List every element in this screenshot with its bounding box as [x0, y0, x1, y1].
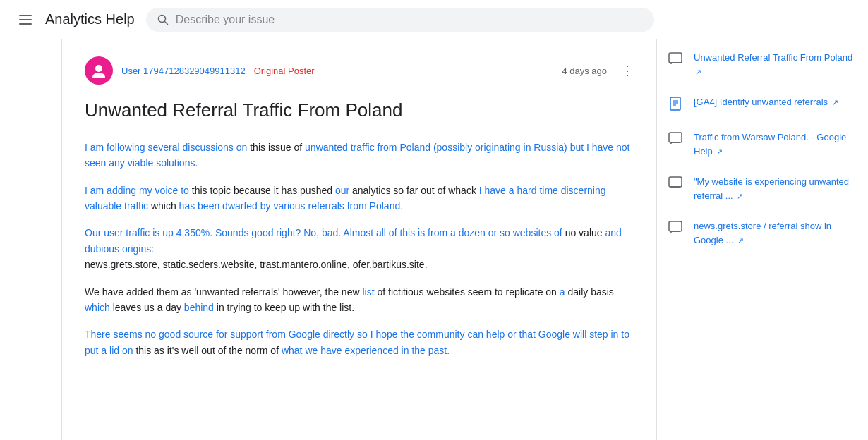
text-span: analytics so far out of whack: [349, 185, 479, 196]
user-name[interactable]: User 17947128329049911312: [121, 66, 246, 76]
text-span: this as it's well out of the norm of: [135, 345, 282, 356]
svg-rect-8: [670, 97, 680, 110]
more-options-icon[interactable]: ⋮: [621, 63, 634, 78]
sidebar-link-text: news.grets.store / referral show in Goog…: [694, 221, 831, 245]
svg-rect-12: [669, 133, 682, 142]
sidebar-item-my-website[interactable]: "My website is experiencing unwanted ref…: [668, 175, 857, 202]
chat-bubble-icon: [668, 132, 685, 149]
svg-point-5: [95, 65, 102, 72]
text-span: news.grets.store, static.seders.website,…: [85, 259, 428, 270]
text-span: We have added them as 'unwanted referral…: [85, 286, 362, 298]
svg-line-4: [164, 21, 167, 24]
text-span: Our user traffic is up 4,350%. Sounds go…: [85, 227, 565, 238]
sidebar-item-text: "My website is experiencing unwanted ref…: [694, 175, 857, 202]
text-span: daily basis: [565, 286, 614, 298]
post-title: Unwanted Referral Traffic From Poland: [85, 99, 634, 123]
sidebar-item-news-grets[interactable]: news.grets.store / referral show in Goog…: [668, 219, 857, 247]
external-link-icon: ↗: [737, 190, 743, 202]
sidebar-item-text: [GA4] Identify unwanted referrals ↗: [694, 95, 838, 109]
text-span: has been dwarfed by various referrals fr…: [176, 200, 403, 212]
external-link-icon: ↗: [832, 97, 838, 109]
chat-bubble-icon: [668, 52, 685, 69]
header: Analytics Help: [0, 0, 868, 39]
text-span: list: [362, 286, 374, 298]
text-span: which: [151, 200, 176, 212]
paragraph-5: There seems no good source for support f…: [85, 326, 634, 358]
sidebar-item-text: Unwanted Referral Traffic From Poland ↗: [694, 51, 857, 78]
sidebar-item-unwanted-referral[interactable]: Unwanted Referral Traffic From Poland ↗: [668, 51, 857, 78]
text-span: in trying to keep up with the list.: [214, 302, 354, 313]
external-link-icon: ↗: [695, 66, 701, 78]
sidebar-link-text: [GA4] Identify unwanted referrals: [694, 97, 828, 107]
post-body: I am following several discussions on th…: [85, 140, 634, 358]
paragraph-3: Our user traffic is up 4,350%. Sounds go…: [85, 225, 634, 272]
sidebar-item-text: Traffic from Warsaw Poland. - Google Hel…: [694, 130, 857, 158]
text-span: our: [335, 185, 349, 196]
text-span: of fictitious websites seem to replicate…: [375, 286, 560, 298]
search-bar[interactable]: [146, 8, 654, 32]
menu-icon[interactable]: [11, 6, 40, 34]
original-poster-badge: Original Poster: [254, 66, 315, 76]
post-meta: User 17947128329049911312 Original Poste…: [121, 63, 634, 78]
paragraph-1: I am following several discussions on th…: [85, 140, 634, 171]
avatar: [85, 56, 113, 85]
chat-bubble-icon: [668, 176, 685, 193]
svg-rect-14: [669, 221, 682, 231]
sidebar-link-text: "My website is experiencing unwanted ref…: [694, 176, 849, 201]
text-span: no value: [565, 227, 605, 238]
post-header: User 17947128329049911312 Original Poste…: [85, 56, 634, 85]
external-link-icon: ↗: [716, 146, 723, 158]
left-gutter: [0, 39, 62, 440]
app-title: Analytics Help: [45, 11, 135, 28]
chat-bubble-icon: [668, 221, 685, 238]
paragraph-2: I am adding my voice to this topic becau…: [85, 183, 634, 214]
svg-point-6: [92, 73, 105, 78]
main-layout: User 17947128329049911312 Original Poste…: [0, 39, 868, 440]
sidebar-link-text: Unwanted Referral Traffic From Poland: [694, 52, 852, 63]
right-sidebar: Unwanted Referral Traffic From Poland ↗ …: [656, 39, 868, 440]
text-span: what we have experienced in the past.: [282, 345, 450, 356]
text-span: this issue of: [250, 142, 305, 153]
svg-rect-1: [19, 19, 32, 20]
svg-rect-0: [19, 15, 32, 16]
sidebar-item-ga4-identify[interactable]: [GA4] Identify unwanted referrals ↗: [668, 95, 857, 114]
svg-rect-7: [669, 53, 682, 63]
sidebar-item-text: news.grets.store / referral show in Goog…: [694, 219, 857, 247]
text-span: I am following several discussions on: [85, 142, 250, 153]
post-time: 4 days ago: [562, 66, 607, 76]
sidebar-item-traffic-warsaw[interactable]: Traffic from Warsaw Poland. - Google Hel…: [668, 130, 857, 158]
text-span: this topic because it has pushed: [192, 185, 335, 196]
document-icon: [668, 97, 685, 114]
search-input[interactable]: [176, 13, 643, 26]
text-span: leaves us a day: [110, 302, 184, 313]
text-span: I am adding my voice to: [85, 185, 192, 196]
svg-rect-2: [19, 23, 32, 25]
app-logo: Analytics Help: [45, 11, 135, 28]
search-icon: [157, 14, 169, 25]
text-span: behind: [184, 302, 214, 313]
svg-rect-13: [669, 177, 682, 187]
paragraph-4: We have added them as 'unwanted referral…: [85, 284, 634, 316]
text-span: which: [85, 302, 110, 313]
external-link-icon: ↗: [737, 235, 744, 247]
content-area: User 17947128329049911312 Original Poste…: [62, 39, 656, 440]
text-span: a: [560, 286, 565, 298]
